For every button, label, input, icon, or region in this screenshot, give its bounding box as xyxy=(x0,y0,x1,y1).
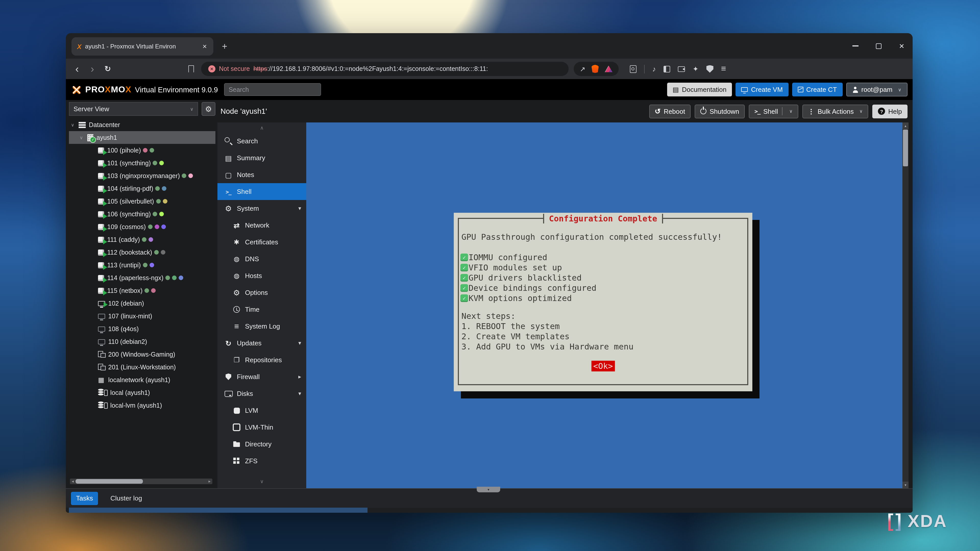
vm-stopped-icon xyxy=(98,339,105,344)
chevron-down-icon[interactable] xyxy=(789,109,792,114)
tree-item-vm[interactable]: 102 (debian) xyxy=(69,297,215,310)
minimize-button[interactable] xyxy=(853,45,859,46)
nav-item-certificates[interactable]: Certificates xyxy=(218,233,306,251)
nav-item-shell[interactable]: Shell xyxy=(218,183,306,200)
tree-item-vm[interactable]: 108 (q4os) xyxy=(69,322,215,335)
close-button[interactable] xyxy=(899,42,904,50)
tree-item-lxc[interactable]: 109 (cosmos) xyxy=(69,221,215,233)
help-button[interactable]: Help xyxy=(873,104,908,118)
tree-item-lxc[interactable]: 100 (pihole) xyxy=(69,144,215,157)
tree-item-lxc[interactable]: 101 (syncthing) xyxy=(69,157,215,169)
tree-item-sdn[interactable]: localnetwork (ayush1) xyxy=(69,373,215,386)
bulk-actions-button[interactable]: Bulk Actions xyxy=(802,104,869,118)
scroll-down-icon[interactable] xyxy=(902,482,908,488)
ok-button[interactable]: <Ok> xyxy=(591,361,615,372)
scroll-left-icon[interactable] xyxy=(70,478,76,484)
nav-item-system[interactable]: System xyxy=(218,200,306,217)
nav-item-lvm-thin[interactable]: LVM-Thin xyxy=(218,419,306,436)
brave-shield-icon[interactable] xyxy=(592,65,599,73)
leo-ai-icon[interactable] xyxy=(693,65,698,73)
tab-close-icon[interactable] xyxy=(200,42,209,51)
scrollbar-thumb[interactable] xyxy=(903,130,908,166)
expand-chevron-icon[interactable] xyxy=(80,135,87,140)
nav-item-summary[interactable]: Summary xyxy=(218,149,306,166)
nav-item-dns[interactable]: DNS xyxy=(218,251,306,267)
tree-item-lxc[interactable]: 113 (runtipi) xyxy=(69,259,215,272)
tree-item-lxc[interactable]: 112 (bookstack) xyxy=(69,246,215,259)
nav-item-options[interactable]: Options xyxy=(218,284,306,301)
vpn-shield-icon[interactable] xyxy=(706,65,713,73)
shutdown-button[interactable]: Shutdown xyxy=(695,104,745,118)
terminal-toolbar-handle[interactable] xyxy=(477,487,500,492)
tree-settings-gear-icon[interactable] xyxy=(202,102,215,116)
bookmark-icon[interactable] xyxy=(188,65,194,73)
nav-item-repositories[interactable]: Repositories xyxy=(218,351,306,368)
tree-item-vm[interactable]: 107 (linux-mint) xyxy=(69,310,215,322)
user-menu-button[interactable]: root@pam xyxy=(846,83,907,97)
scrollbar-thumb[interactable] xyxy=(76,479,143,484)
nav-item-notes[interactable]: Notes xyxy=(218,166,306,183)
menu-icon[interactable] xyxy=(721,65,726,73)
reload-button[interactable] xyxy=(102,64,114,73)
share-icon[interactable] xyxy=(580,65,585,73)
tree-item-template[interactable]: 201 (Linux-Workstation) xyxy=(69,361,215,373)
nav-item-zfs[interactable]: ZFS xyxy=(218,453,306,469)
tree-item-lxc[interactable]: 104 (stirling-pdf) xyxy=(69,182,215,195)
terminal-scrollbar[interactable] xyxy=(902,122,908,488)
tree-item-lxc[interactable]: 105 (silverbullet) xyxy=(69,195,215,208)
tree-horizontal-scrollbar[interactable] xyxy=(70,478,212,484)
nav-scroll-down-icon[interactable] xyxy=(218,476,306,486)
url-bar[interactable]: Not secure https://192.168.1.97:8006/#v1… xyxy=(201,62,569,76)
documentation-button[interactable]: Documentation xyxy=(667,83,732,97)
scroll-up-icon[interactable] xyxy=(902,122,908,129)
tree-item-lxc[interactable]: 115 (netbox) xyxy=(69,284,215,297)
book-icon xyxy=(673,86,679,94)
expand-chevron-icon[interactable] xyxy=(71,122,79,127)
brave-rewards-icon[interactable] xyxy=(605,65,612,72)
browser-tab[interactable]: X ayush1 - Proxmox Virtual Environ xyxy=(72,37,213,56)
sidebar-toggle-icon[interactable] xyxy=(663,65,670,72)
new-tab-button[interactable] xyxy=(218,39,232,54)
reboot-button[interactable]: Reboot xyxy=(649,104,690,118)
search-tabs-icon[interactable] xyxy=(630,65,636,73)
shell-button[interactable]: Shell xyxy=(749,104,798,118)
back-button[interactable] xyxy=(71,64,83,74)
expand-caret-icon[interactable] xyxy=(298,373,301,380)
global-search-input[interactable] xyxy=(224,83,321,96)
tree-item-storage[interactable]: local (ayush1) xyxy=(69,386,215,399)
collapse-caret-icon[interactable] xyxy=(298,340,301,346)
forward-button[interactable] xyxy=(86,64,99,74)
nav-item-disks[interactable]: Disks xyxy=(218,385,306,402)
create-ct-button[interactable]: Create CT xyxy=(792,83,842,97)
nav-item-network[interactable]: Network xyxy=(218,217,306,233)
nav-scroll-up-icon[interactable] xyxy=(218,122,306,133)
collapse-caret-icon[interactable] xyxy=(298,390,301,397)
tree-item-lxc[interactable]: 103 (nginxproxymanager) xyxy=(69,169,215,182)
shell-terminal[interactable]: Configuration Complete GPU Passthrough c… xyxy=(306,122,908,488)
nav-item-updates[interactable]: Updates xyxy=(218,335,306,351)
collapse-caret-icon[interactable] xyxy=(298,205,301,212)
view-selector[interactable]: Server View xyxy=(69,102,198,116)
tree-item-vm[interactable]: 110 (debian2) xyxy=(69,335,215,348)
tree-item-node[interactable]: ayush1 xyxy=(69,131,215,144)
nav-item-directory[interactable]: Directory xyxy=(218,436,306,453)
nav-item-search[interactable]: Search xyxy=(218,133,306,149)
create-vm-button[interactable]: Create VM xyxy=(736,83,788,97)
tasks-tab[interactable]: Tasks xyxy=(71,492,98,505)
tree-item-storage[interactable]: local-lvm (ayush1) xyxy=(69,399,215,412)
wallet-icon[interactable] xyxy=(678,66,685,72)
media-icon[interactable] xyxy=(652,65,656,73)
nav-item-lvm[interactable]: LVM xyxy=(218,402,306,419)
tree-item-lxc[interactable]: 111 (caddy) xyxy=(69,233,215,246)
cluster-log-tab[interactable]: Cluster log xyxy=(105,492,147,505)
scroll-right-icon[interactable] xyxy=(207,478,212,484)
maximize-button[interactable] xyxy=(876,43,881,49)
nav-item-system-log[interactable]: System Log xyxy=(218,318,306,335)
tree-item-lxc[interactable]: 106 (syncthing) xyxy=(69,208,215,221)
nav-item-firewall[interactable]: Firewall xyxy=(218,368,306,385)
tree-item-lxc[interactable]: 114 (paperless-ngx) xyxy=(69,272,215,284)
nav-item-hosts[interactable]: Hosts xyxy=(218,267,306,284)
tree-item-datacenter[interactable]: Datacenter xyxy=(69,118,215,131)
nav-item-time[interactable]: Time xyxy=(218,301,306,318)
tree-item-template[interactable]: 200 (Windows-Gaming) xyxy=(69,348,215,361)
